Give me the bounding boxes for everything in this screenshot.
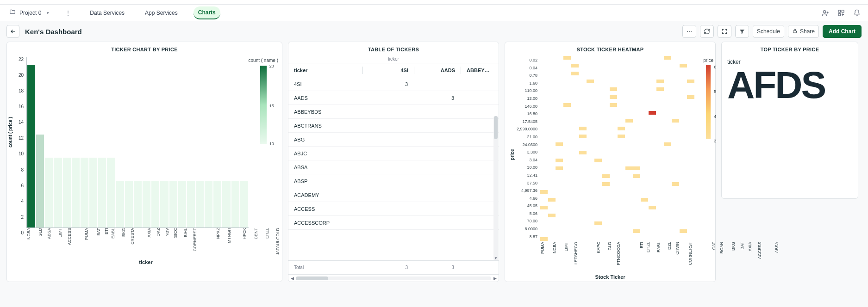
apps-icon[interactable]	[837, 9, 845, 17]
bar[interactable]	[72, 158, 80, 227]
heatmap-cell[interactable]	[656, 87, 664, 91]
heatmap-cell[interactable]	[571, 64, 579, 68]
bar[interactable]	[240, 181, 248, 227]
bar[interactable]	[196, 181, 204, 227]
table-row[interactable]: ABG	[288, 133, 499, 147]
bar[interactable]	[134, 181, 142, 227]
bar[interactable]	[81, 158, 88, 227]
heatmap-cell[interactable]	[610, 103, 617, 107]
column-header[interactable]: 4SI	[363, 65, 414, 76]
share-button[interactable]: Share	[788, 25, 819, 38]
metric-chart[interactable]: ticker AFDS	[722, 55, 858, 198]
heatmap-cell[interactable]	[664, 142, 671, 146]
back-button[interactable]	[6, 25, 19, 38]
bell-icon[interactable]	[853, 9, 861, 17]
scrollbar-thumb[interactable]	[296, 276, 328, 280]
heatmap-cell[interactable]	[633, 166, 640, 170]
heatmap-cell[interactable]	[641, 198, 648, 202]
table-row[interactable]: ACCESS	[288, 202, 499, 216]
table-row[interactable]: ABCTRANS	[288, 119, 499, 133]
heatmap-cell[interactable]	[656, 80, 664, 83]
bar[interactable]	[205, 181, 212, 227]
bar[interactable]	[54, 158, 62, 227]
table-row[interactable]: ACCESSCORP	[288, 216, 499, 230]
heatmap-cell[interactable]	[649, 111, 656, 115]
heatmap-cell[interactable]	[680, 229, 687, 233]
bar[interactable]	[231, 181, 239, 227]
heatmap-cell[interactable]	[548, 214, 556, 217]
heatmap-cell[interactable]	[579, 135, 587, 138]
table-row[interactable]: ABJC	[288, 147, 499, 160]
heatmap-cell[interactable]	[571, 72, 579, 75]
nav-data-services[interactable]: Data Services	[85, 7, 129, 19]
bar[interactable]	[27, 65, 35, 227]
heatmap-cell[interactable]	[625, 119, 633, 123]
bar[interactable]	[213, 181, 221, 227]
heatmap-cell[interactable]	[664, 56, 671, 60]
heatmap-cell[interactable]	[610, 95, 617, 99]
heatmap-cell[interactable]	[618, 135, 625, 138]
heatmap-cell[interactable]	[563, 103, 571, 107]
heatmap-cell[interactable]	[540, 206, 548, 209]
heatmap-cell[interactable]	[594, 221, 602, 225]
heatmap-chart[interactable]: price 0.020.040.781.60110.0012.00146.001…	[505, 55, 715, 282]
bar[interactable]	[178, 181, 186, 227]
heatmap-cell[interactable]	[563, 56, 571, 60]
heatmap-cell[interactable]	[548, 198, 556, 202]
heatmap-cell[interactable]	[540, 237, 548, 241]
heatmap-cell[interactable]	[602, 174, 610, 178]
scroll-right-icon[interactable]: ▶	[491, 276, 499, 281]
table-row[interactable]: ABBEYBDS	[288, 105, 499, 119]
add-chart-button[interactable]: Add Chart	[823, 25, 862, 38]
heatmap-cell[interactable]	[633, 229, 640, 233]
scroll-left-icon[interactable]: ◀	[288, 276, 296, 281]
heatmap-cell[interactable]	[556, 166, 563, 170]
heatmap-cell[interactable]	[610, 87, 617, 91]
table-row[interactable]: ABSA	[288, 160, 499, 174]
bar[interactable]	[98, 158, 106, 227]
fullscreen-button[interactable]	[718, 25, 731, 38]
bar[interactable]	[143, 181, 150, 227]
heatmap-cell[interactable]	[687, 95, 694, 99]
heatmap-cell[interactable]	[556, 142, 563, 146]
column-header[interactable]: ticker	[288, 65, 362, 76]
bar[interactable]	[63, 158, 71, 227]
project-selector[interactable]: Project 0 ▾	[7, 9, 51, 17]
heatmap-cell[interactable]	[556, 159, 563, 162]
table-row[interactable]: ACADEMY	[288, 188, 499, 202]
horizontal-scrollbar[interactable]: ◀ ▶	[288, 274, 499, 282]
project-menu-kebab[interactable]: ⋮	[62, 9, 74, 17]
table-row[interactable]: AADS3	[288, 91, 499, 105]
nav-charts[interactable]: Charts	[194, 6, 220, 19]
heatmap-cell[interactable]	[687, 80, 694, 83]
bar[interactable]	[89, 158, 97, 227]
bar[interactable]	[125, 181, 133, 227]
schedule-button[interactable]: Schedule	[753, 25, 784, 38]
table-row[interactable]: 4SI3	[288, 77, 499, 91]
heatmap-cell[interactable]	[540, 190, 548, 194]
bar[interactable]	[116, 181, 124, 227]
heatmap-cell[interactable]	[618, 127, 625, 130]
nav-app-services[interactable]: App Services	[140, 7, 182, 19]
column-header[interactable]: ABBEYBDS	[461, 65, 498, 76]
heatmap-cell[interactable]	[680, 64, 687, 68]
bar[interactable]	[169, 181, 177, 227]
heatmap-cell[interactable]	[625, 166, 633, 170]
bar[interactable]	[36, 135, 44, 227]
heatmap-cell[interactable]	[587, 80, 594, 83]
column-header[interactable]: AADS	[414, 65, 461, 76]
bar[interactable]	[187, 181, 195, 227]
bar[interactable]	[160, 181, 168, 227]
table-row[interactable]: ABSP	[288, 174, 499, 188]
scrollbar-thumb[interactable]	[494, 116, 498, 139]
bar[interactable]	[45, 158, 53, 227]
heatmap-cell[interactable]	[594, 159, 602, 162]
more-actions-button[interactable]: ⋯	[682, 25, 696, 38]
heatmap-cell[interactable]	[672, 119, 679, 123]
scroll-down-icon[interactable]: ▼	[493, 256, 498, 260]
filter-button[interactable]	[735, 25, 749, 38]
user-add-icon[interactable]	[822, 9, 829, 17]
bar[interactable]	[222, 181, 230, 227]
heatmap-cell[interactable]	[579, 127, 587, 130]
data-table[interactable]: ticker ticker4SIAADSABBEYBDS 4SI3AADS3AB…	[288, 55, 499, 282]
